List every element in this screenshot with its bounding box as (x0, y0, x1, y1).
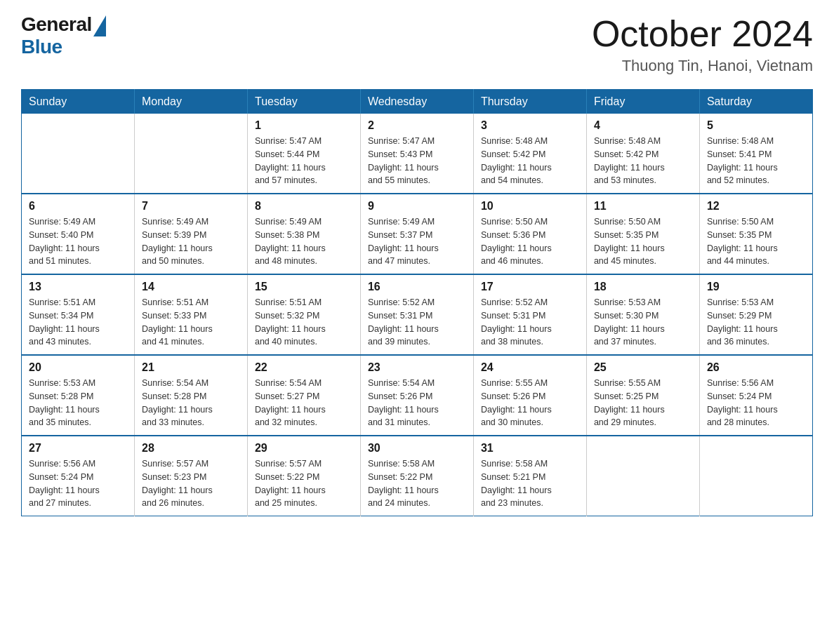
day-number: 1 (255, 119, 353, 132)
day-number: 29 (255, 442, 353, 455)
day-info: Sunrise: 5:54 AMSunset: 5:27 PMDaylight:… (255, 377, 353, 429)
calendar-cell: 7Sunrise: 5:49 AMSunset: 5:39 PMDaylight… (134, 194, 247, 274)
day-number: 10 (481, 200, 579, 213)
calendar-week-row: 6Sunrise: 5:49 AMSunset: 5:40 PMDaylight… (22, 194, 813, 274)
day-number: 11 (594, 200, 692, 213)
col-thursday: Thursday (473, 90, 586, 114)
calendar-cell: 16Sunrise: 5:52 AMSunset: 5:31 PMDayligh… (360, 274, 473, 355)
day-info: Sunrise: 5:57 AMSunset: 5:23 PMDaylight:… (142, 457, 240, 510)
calendar-cell: 17Sunrise: 5:52 AMSunset: 5:31 PMDayligh… (473, 274, 586, 355)
logo-text: General Blue (21, 14, 106, 58)
day-number: 20 (29, 361, 127, 374)
logo-triangle-icon (93, 15, 106, 36)
day-info: Sunrise: 5:47 AMSunset: 5:43 PMDaylight:… (368, 135, 466, 187)
day-info: Sunrise: 5:58 AMSunset: 5:22 PMDaylight:… (368, 457, 466, 510)
day-info: Sunrise: 5:50 AMSunset: 5:36 PMDaylight:… (481, 215, 579, 268)
col-saturday: Saturday (699, 90, 812, 114)
calendar-header: Sunday Monday Tuesday Wednesday Thursday… (22, 90, 813, 114)
calendar-cell: 13Sunrise: 5:51 AMSunset: 5:34 PMDayligh… (22, 274, 135, 355)
calendar-body: 1Sunrise: 5:47 AMSunset: 5:44 PMDaylight… (22, 114, 813, 516)
calendar-week-row: 27Sunrise: 5:56 AMSunset: 5:24 PMDayligh… (22, 436, 813, 516)
calendar-cell: 25Sunrise: 5:55 AMSunset: 5:25 PMDayligh… (586, 355, 699, 436)
day-info: Sunrise: 5:55 AMSunset: 5:26 PMDaylight:… (481, 377, 579, 429)
day-number: 15 (255, 281, 353, 293)
day-number: 12 (707, 200, 805, 213)
calendar-cell: 6Sunrise: 5:49 AMSunset: 5:40 PMDaylight… (22, 194, 135, 274)
day-info: Sunrise: 5:49 AMSunset: 5:37 PMDaylight:… (368, 215, 466, 268)
col-tuesday: Tuesday (247, 90, 360, 114)
calendar-cell: 11Sunrise: 5:50 AMSunset: 5:35 PMDayligh… (586, 194, 699, 274)
page-header: General Blue October 2024 Thuong Tin, Ha… (21, 14, 813, 75)
calendar-table: Sunday Monday Tuesday Wednesday Thursday… (21, 89, 813, 516)
day-number: 8 (255, 200, 353, 213)
day-number: 25 (594, 361, 692, 374)
day-info: Sunrise: 5:54 AMSunset: 5:28 PMDaylight:… (142, 377, 240, 429)
calendar-cell: 5Sunrise: 5:48 AMSunset: 5:41 PMDaylight… (699, 114, 812, 194)
day-number: 18 (594, 281, 692, 293)
day-info: Sunrise: 5:49 AMSunset: 5:40 PMDaylight:… (29, 215, 127, 268)
calendar-cell (134, 114, 247, 194)
calendar-cell: 19Sunrise: 5:53 AMSunset: 5:29 PMDayligh… (699, 274, 812, 355)
day-number: 7 (142, 200, 240, 213)
day-number: 9 (368, 200, 466, 213)
day-info: Sunrise: 5:53 AMSunset: 5:29 PMDaylight:… (707, 296, 805, 349)
location-title: Thuong Tin, Hanoi, Vietnam (592, 57, 813, 75)
day-number: 13 (29, 281, 127, 293)
calendar-cell: 24Sunrise: 5:55 AMSunset: 5:26 PMDayligh… (473, 355, 586, 436)
calendar-cell: 29Sunrise: 5:57 AMSunset: 5:22 PMDayligh… (247, 436, 360, 516)
calendar-cell: 10Sunrise: 5:50 AMSunset: 5:36 PMDayligh… (473, 194, 586, 274)
day-info: Sunrise: 5:48 AMSunset: 5:41 PMDaylight:… (707, 135, 805, 187)
day-number: 3 (481, 119, 579, 132)
day-info: Sunrise: 5:48 AMSunset: 5:42 PMDaylight:… (594, 135, 692, 187)
calendar-cell: 12Sunrise: 5:50 AMSunset: 5:35 PMDayligh… (699, 194, 812, 274)
calendar-cell: 4Sunrise: 5:48 AMSunset: 5:42 PMDaylight… (586, 114, 699, 194)
day-info: Sunrise: 5:52 AMSunset: 5:31 PMDaylight:… (368, 296, 466, 349)
day-number: 16 (368, 281, 466, 293)
col-sunday: Sunday (22, 90, 135, 114)
day-number: 17 (481, 281, 579, 293)
calendar-cell: 3Sunrise: 5:48 AMSunset: 5:42 PMDaylight… (473, 114, 586, 194)
day-info: Sunrise: 5:58 AMSunset: 5:21 PMDaylight:… (481, 457, 579, 510)
day-number: 14 (142, 281, 240, 293)
day-number: 5 (707, 119, 805, 132)
day-info: Sunrise: 5:52 AMSunset: 5:31 PMDaylight:… (481, 296, 579, 349)
logo: General Blue (21, 14, 106, 58)
calendar-cell: 30Sunrise: 5:58 AMSunset: 5:22 PMDayligh… (360, 436, 473, 516)
calendar-cell: 9Sunrise: 5:49 AMSunset: 5:37 PMDaylight… (360, 194, 473, 274)
calendar-week-row: 1Sunrise: 5:47 AMSunset: 5:44 PMDaylight… (22, 114, 813, 194)
day-number: 4 (594, 119, 692, 132)
day-number: 22 (255, 361, 353, 374)
calendar-cell: 23Sunrise: 5:54 AMSunset: 5:26 PMDayligh… (360, 355, 473, 436)
calendar-cell: 27Sunrise: 5:56 AMSunset: 5:24 PMDayligh… (22, 436, 135, 516)
day-info: Sunrise: 5:51 AMSunset: 5:32 PMDaylight:… (255, 296, 353, 349)
col-friday: Friday (586, 90, 699, 114)
day-number: 27 (29, 442, 127, 455)
calendar-cell (586, 436, 699, 516)
calendar-cell: 31Sunrise: 5:58 AMSunset: 5:21 PMDayligh… (473, 436, 586, 516)
day-info: Sunrise: 5:56 AMSunset: 5:24 PMDaylight:… (707, 377, 805, 429)
day-info: Sunrise: 5:53 AMSunset: 5:28 PMDaylight:… (29, 377, 127, 429)
calendar-cell (22, 114, 135, 194)
day-info: Sunrise: 5:51 AMSunset: 5:33 PMDaylight:… (142, 296, 240, 349)
day-info: Sunrise: 5:54 AMSunset: 5:26 PMDaylight:… (368, 377, 466, 429)
day-info: Sunrise: 5:47 AMSunset: 5:44 PMDaylight:… (255, 135, 353, 187)
day-number: 30 (368, 442, 466, 455)
day-number: 6 (29, 200, 127, 213)
day-number: 19 (707, 281, 805, 293)
calendar-cell (699, 436, 812, 516)
col-wednesday: Wednesday (360, 90, 473, 114)
calendar-cell: 8Sunrise: 5:49 AMSunset: 5:38 PMDaylight… (247, 194, 360, 274)
calendar-cell: 28Sunrise: 5:57 AMSunset: 5:23 PMDayligh… (134, 436, 247, 516)
day-info: Sunrise: 5:53 AMSunset: 5:30 PMDaylight:… (594, 296, 692, 349)
day-number: 31 (481, 442, 579, 455)
day-info: Sunrise: 5:56 AMSunset: 5:24 PMDaylight:… (29, 457, 127, 510)
title-section: October 2024 Thuong Tin, Hanoi, Vietnam (592, 14, 813, 75)
calendar-cell: 15Sunrise: 5:51 AMSunset: 5:32 PMDayligh… (247, 274, 360, 355)
day-info: Sunrise: 5:51 AMSunset: 5:34 PMDaylight:… (29, 296, 127, 349)
day-info: Sunrise: 5:50 AMSunset: 5:35 PMDaylight:… (594, 215, 692, 268)
calendar-cell: 20Sunrise: 5:53 AMSunset: 5:28 PMDayligh… (22, 355, 135, 436)
day-number: 26 (707, 361, 805, 374)
day-number: 23 (368, 361, 466, 374)
calendar-week-row: 13Sunrise: 5:51 AMSunset: 5:34 PMDayligh… (22, 274, 813, 355)
calendar-cell: 22Sunrise: 5:54 AMSunset: 5:27 PMDayligh… (247, 355, 360, 436)
